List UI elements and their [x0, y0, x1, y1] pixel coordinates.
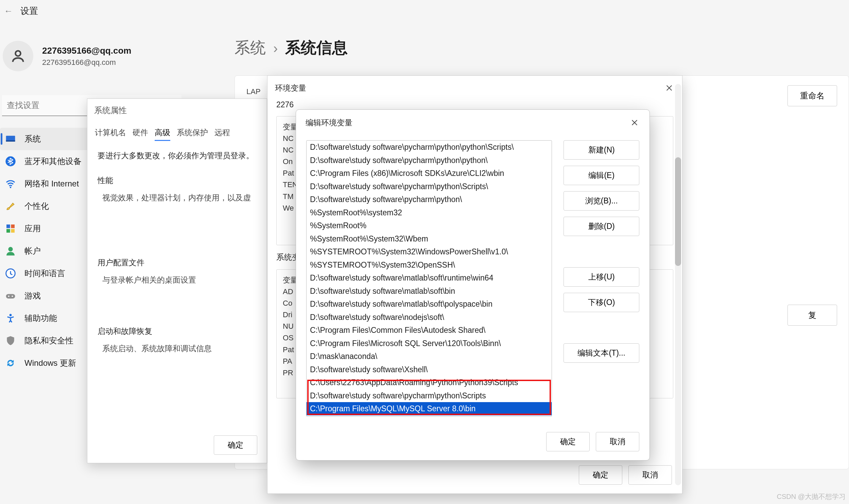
- nav-label: 帐户: [24, 246, 41, 256]
- path-row[interactable]: D:\software\study software\pycharm\pytho…: [307, 389, 552, 402]
- cancel-button[interactable]: 取消: [596, 432, 639, 451]
- nav-label: 时间和语言: [24, 268, 65, 279]
- nav-gaming[interactable]: 游戏: [0, 285, 92, 307]
- move-up-button[interactable]: 上移(U): [564, 267, 639, 287]
- path-list[interactable]: D:\software\study software\pycharm\pytho…: [306, 140, 552, 417]
- nav-windows-update[interactable]: Windows 更新: [0, 352, 92, 374]
- nav-label: 网络和 Internet: [24, 178, 79, 189]
- user-email: 2276395166@qq.com: [42, 58, 131, 67]
- edit-button[interactable]: 编辑(E): [564, 166, 639, 185]
- svg-point-6: [10, 186, 12, 188]
- display-icon: [5, 133, 16, 145]
- apps-icon: [5, 223, 16, 234]
- startup-section-title: 启动和故障恢复: [98, 326, 257, 337]
- nav-accessibility[interactable]: 辅助功能: [0, 307, 92, 329]
- nav-personalization[interactable]: 个性化: [0, 195, 92, 217]
- scrollbar-thumb[interactable]: [675, 157, 681, 266]
- path-row[interactable]: %SystemRoot%\system32: [307, 206, 552, 219]
- nav-accounts[interactable]: 帐户: [0, 240, 92, 262]
- person-icon: [10, 48, 26, 64]
- tab-remote[interactable]: 远程: [214, 127, 230, 141]
- tabs-row: 计算机名 硬件 高级 系统保护 远程: [87, 122, 267, 144]
- path-row[interactable]: %SYSTEMROOT%\System32\WindowsPowerShell\…: [307, 245, 552, 258]
- scrollbar-track: [675, 84, 681, 485]
- tab-computer-name[interactable]: 计算机名: [95, 127, 126, 141]
- close-icon[interactable]: [664, 83, 675, 93]
- path-row[interactable]: %SYSTEMROOT%\System32\OpenSSH\: [307, 258, 552, 272]
- path-row[interactable]: C:\Program Files\Common Files\Autodesk S…: [307, 324, 552, 337]
- cancel-button[interactable]: 取消: [628, 465, 672, 485]
- path-row[interactable]: C:\Program Files (x86)\Microsoft SDKs\Az…: [307, 167, 552, 180]
- path-row[interactable]: %SystemRoot%\System32\Wbem: [307, 232, 552, 246]
- back-arrow[interactable]: ←: [3, 6, 14, 16]
- svg-rect-8: [11, 224, 15, 228]
- perf-section-title: 性能: [98, 175, 257, 186]
- svg-rect-9: [6, 229, 10, 233]
- watermark: CSDN @大抛不想学习: [777, 492, 846, 501]
- ok-button[interactable]: 确定: [546, 432, 590, 451]
- shield-icon: [5, 335, 16, 346]
- nav-label: 游戏: [24, 290, 41, 301]
- nav-label: 应用: [24, 223, 41, 234]
- nav-label: 蓝牙和其他设备: [24, 156, 82, 167]
- svg-rect-13: [6, 294, 15, 299]
- path-row[interactable]: D:\software\study software\matlab\soft\b…: [307, 285, 552, 298]
- new-button[interactable]: 新建(N): [564, 140, 639, 160]
- path-row[interactable]: C:\Program Files\MySQL\MySQL Server 8.0\…: [307, 402, 552, 415]
- window-title: 系统属性: [87, 99, 267, 122]
- avatar: [3, 41, 33, 71]
- path-row[interactable]: %SystemRoot%: [307, 219, 552, 232]
- copy-button[interactable]: 复: [787, 305, 837, 326]
- breadcrumb-root[interactable]: 系统: [235, 37, 266, 58]
- account-icon: [5, 245, 16, 257]
- app-title: 设置: [20, 5, 38, 17]
- nav-apps[interactable]: 应用: [0, 217, 92, 240]
- nav-system[interactable]: 系统: [0, 128, 92, 150]
- svg-point-16: [10, 314, 12, 316]
- userprof-section-desc: 与登录帐户相关的桌面设置: [98, 275, 257, 285]
- svg-rect-10: [11, 229, 15, 233]
- chevron-right-icon: ›: [273, 41, 278, 56]
- ok-button[interactable]: 确定: [579, 465, 622, 485]
- nav-privacy[interactable]: 隐私和安全性: [0, 329, 92, 352]
- path-row[interactable]: D:\mask\anaconda\: [307, 350, 552, 363]
- path-row[interactable]: D:\software\study software\pycharm\pytho…: [307, 193, 552, 206]
- tab-system-protection[interactable]: 系统保护: [177, 127, 208, 141]
- path-row[interactable]: C:\Users\22763\AppData\Roaming\Python\Py…: [307, 376, 552, 389]
- move-down-button[interactable]: 下移(O): [564, 293, 639, 312]
- tab-advanced[interactable]: 高级: [155, 127, 170, 141]
- nav-time-language[interactable]: 时间和语言: [0, 262, 92, 285]
- rename-button[interactable]: 重命名: [787, 85, 837, 106]
- svg-point-11: [8, 247, 13, 251]
- path-row[interactable]: D:\software\study software\matlab\soft\p…: [307, 298, 552, 311]
- path-row[interactable]: D:\software\study software\pycharm\pytho…: [307, 180, 552, 193]
- edit-env-var-dialog: 编辑环境变量 D:\software\study software\pychar…: [296, 109, 650, 461]
- clock-icon: [5, 268, 16, 279]
- path-row[interactable]: D:\software\study software\matlab\soft\r…: [307, 271, 552, 285]
- bluetooth-icon: [5, 156, 16, 167]
- close-icon[interactable]: [629, 117, 640, 128]
- svg-rect-7: [6, 224, 10, 228]
- brush-icon: [5, 200, 16, 212]
- window-title: 环境变量: [275, 83, 306, 93]
- user-name: 2276395166@qq.com: [42, 46, 131, 56]
- path-row[interactable]: D:\software\study software\Xshell\: [307, 363, 552, 376]
- svg-point-15: [12, 295, 13, 297]
- svg-point-14: [8, 295, 10, 297]
- path-row[interactable]: D:\software\study software\pycharm\pytho…: [307, 141, 552, 154]
- nav-network[interactable]: 网络和 Internet: [0, 173, 92, 195]
- startup-section-desc: 系统启动、系统故障和调试信息: [98, 343, 257, 354]
- edit-text-button[interactable]: 编辑文本(T)...: [564, 343, 639, 363]
- path-row[interactable]: D:\software\study software\nodejs\soft\: [307, 311, 552, 324]
- path-row[interactable]: C:\Program Files\Microsoft SQL Server\12…: [307, 337, 552, 350]
- nav-bluetooth[interactable]: 蓝牙和其他设备: [0, 150, 92, 173]
- userprof-section-title: 用户配置文件: [98, 257, 257, 268]
- browse-button[interactable]: 浏览(B)...: [564, 191, 639, 211]
- ok-button[interactable]: 确定: [214, 435, 257, 455]
- window-title: 编辑环境变量: [306, 118, 352, 128]
- tab-hardware[interactable]: 硬件: [133, 127, 148, 141]
- nav-label: 辅助功能: [24, 313, 57, 324]
- delete-button[interactable]: 删除(D): [564, 217, 639, 236]
- user-block: 2276395166@qq.com 2276395166@qq.com: [0, 41, 131, 71]
- path-row[interactable]: D:\software\study software\pycharm\pytho…: [307, 154, 552, 167]
